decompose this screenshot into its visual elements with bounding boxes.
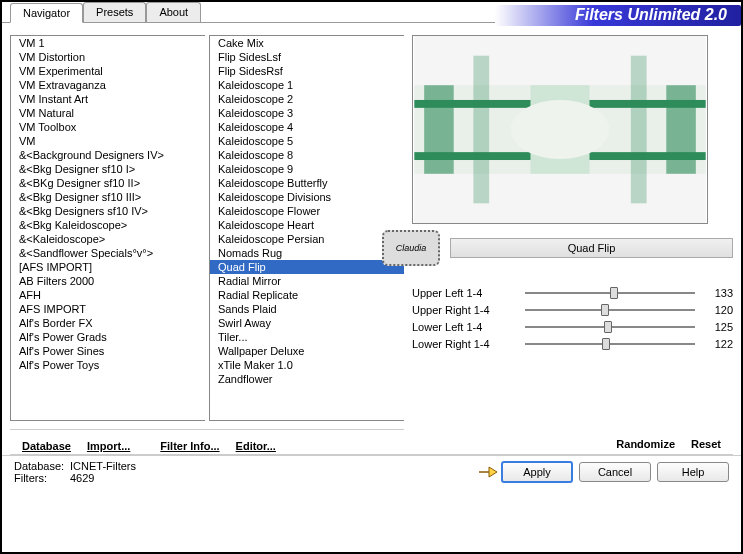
list-item[interactable]: Cake Mix	[210, 36, 404, 50]
list-item[interactable]: Nomads Rug	[210, 246, 404, 260]
list-item[interactable]: Kaleidoscope Flower	[210, 204, 404, 218]
slider-thumb[interactable]	[601, 304, 609, 316]
footer-info: Database:ICNET-Filters Filters:4629	[14, 460, 136, 484]
list-item[interactable]: xTile Maker 1.0	[210, 358, 404, 372]
svg-point-7	[511, 100, 609, 159]
list-item[interactable]: Kaleidoscope 3	[210, 106, 404, 120]
slider-label: Lower Right 1-4	[412, 338, 517, 350]
slider-track[interactable]	[525, 343, 695, 345]
list-item[interactable]: Zandflower	[210, 372, 404, 386]
slider-label: Upper Left 1-4	[412, 287, 517, 299]
slider-value: 133	[703, 287, 733, 299]
slider-thumb[interactable]	[604, 321, 612, 333]
svg-rect-8	[473, 56, 489, 204]
svg-rect-9	[631, 56, 647, 204]
slider-track[interactable]	[525, 309, 695, 311]
help-button[interactable]: Help	[657, 462, 729, 482]
list-item[interactable]: Quad Flip	[210, 260, 404, 274]
slider-row: Lower Left 1-4125	[412, 318, 733, 335]
list-item[interactable]: VM Toolbox	[11, 120, 205, 134]
list-item[interactable]: &<Sandflower Specials°v°>	[11, 246, 205, 260]
slider-track[interactable]	[525, 292, 695, 294]
slider-row: Upper Right 1-4120	[412, 301, 733, 318]
list-item[interactable]: Kaleidoscope 4	[210, 120, 404, 134]
editor-button[interactable]: Editor...	[236, 440, 276, 452]
list-item[interactable]: Flip SidesLsf	[210, 50, 404, 64]
slider-value: 122	[703, 338, 733, 350]
slider-track[interactable]	[525, 326, 695, 328]
slider-row: Lower Right 1-4122	[412, 335, 733, 352]
cancel-button[interactable]: Cancel	[579, 462, 651, 482]
list-item[interactable]: Swirl Away	[210, 316, 404, 330]
list-item[interactable]: VM Instant Art	[11, 92, 205, 106]
list-item[interactable]: Kaleidoscope Heart	[210, 218, 404, 232]
list-item[interactable]: Alf's Power Toys	[11, 358, 205, 372]
slider-label: Lower Left 1-4	[412, 321, 517, 333]
list-item[interactable]: Kaleidoscope Butterfly	[210, 176, 404, 190]
svg-rect-4	[424, 85, 454, 174]
list-item[interactable]: Alf's Power Grads	[11, 330, 205, 344]
list-item[interactable]: AB Filters 2000	[11, 274, 205, 288]
slider-row: Upper Left 1-4133	[412, 284, 733, 301]
list-item[interactable]: &<Bkg Kaleidoscope>	[11, 218, 205, 232]
parameter-sliders: Upper Left 1-4133Upper Right 1-4120Lower…	[412, 284, 733, 352]
current-filter-name: Quad Flip	[450, 238, 733, 258]
list-item[interactable]: &<Bkg Designers sf10 IV>	[11, 204, 205, 218]
slider-thumb[interactable]	[610, 287, 618, 299]
database-button[interactable]: Database	[22, 440, 71, 452]
watermark-stamp: Claudia	[382, 230, 440, 266]
list-item[interactable]: Tiler...	[210, 330, 404, 344]
list-item[interactable]: Flip SidesRsf	[210, 64, 404, 78]
tab-bar: Navigator Presets About	[2, 2, 741, 22]
reset-button[interactable]: Reset	[691, 438, 721, 450]
list-item[interactable]: Kaleidoscope 8	[210, 148, 404, 162]
import-button[interactable]: Import...	[87, 440, 130, 452]
list-item[interactable]: Kaleidoscope 1	[210, 78, 404, 92]
tab-presets[interactable]: Presets	[83, 2, 146, 22]
list-item[interactable]: AFS IMPORT	[11, 302, 205, 316]
list-item[interactable]: VM Distortion	[11, 50, 205, 64]
slider-value: 120	[703, 304, 733, 316]
list-item[interactable]: VM	[11, 134, 205, 148]
slider-value: 125	[703, 321, 733, 333]
list-item[interactable]: VM 1	[11, 36, 205, 50]
list-item[interactable]: Kaleidoscope 2	[210, 92, 404, 106]
list-item[interactable]: VM Experimental	[11, 64, 205, 78]
list-item[interactable]: AFH	[11, 288, 205, 302]
category-list[interactable]: VM 1VM DistortionVM ExperimentalVM Extra…	[10, 35, 205, 421]
list-item[interactable]: VM Natural	[11, 106, 205, 120]
svg-rect-5	[666, 85, 696, 174]
filter-info-button[interactable]: Filter Info...	[160, 440, 219, 452]
filter-list[interactable]: Cake MixFlip SidesLsfFlip SidesRsfKaleid…	[209, 35, 404, 421]
list-item[interactable]: Sands Plaid	[210, 302, 404, 316]
list-item[interactable]: Kaleidoscope 9	[210, 162, 404, 176]
list-item[interactable]: Radial Replicate	[210, 288, 404, 302]
list-item[interactable]: Alf's Power Sines	[11, 344, 205, 358]
list-item[interactable]: &<Bkg Designer sf10 I>	[11, 162, 205, 176]
apply-button[interactable]: Apply	[501, 461, 573, 483]
list-item[interactable]: [AFS IMPORT]	[11, 260, 205, 274]
list-item[interactable]: Wallpaper Deluxe	[210, 344, 404, 358]
list-item[interactable]: VM Extravaganza	[11, 78, 205, 92]
slider-label: Upper Right 1-4	[412, 304, 517, 316]
list-item[interactable]: Radial Mirror	[210, 274, 404, 288]
list-item[interactable]: Kaleidoscope Persian	[210, 232, 404, 246]
pointer-icon	[477, 464, 499, 480]
list-item[interactable]: Alf's Border FX	[11, 316, 205, 330]
list-item[interactable]: &<BKg Designer sf10 II>	[11, 176, 205, 190]
tab-navigator[interactable]: Navigator	[10, 3, 83, 23]
list-item[interactable]: Kaleidoscope 5	[210, 134, 404, 148]
tab-about[interactable]: About	[146, 2, 201, 22]
randomize-button[interactable]: Randomize	[616, 438, 675, 450]
slider-thumb[interactable]	[602, 338, 610, 350]
list-item[interactable]: &<Bkg Designer sf10 III>	[11, 190, 205, 204]
preview-image	[412, 35, 708, 224]
list-item[interactable]: &<Kaleidoscope>	[11, 232, 205, 246]
list-item[interactable]: Kaleidoscope Divisions	[210, 190, 404, 204]
list-item[interactable]: &<Background Designers IV>	[11, 148, 205, 162]
